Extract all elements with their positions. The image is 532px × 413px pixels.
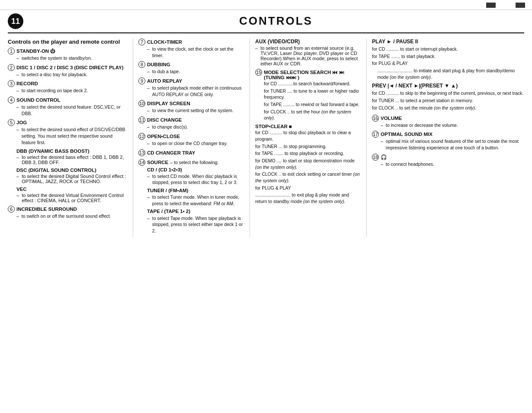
sub-label: TUNER / (FM•AM) [147, 187, 244, 194]
list-item: 17 OPTIMAL SOUND MIX –optimal mix of var… [372, 131, 524, 151]
list-item: 14 SOURCE – to select the following: CD … [138, 159, 244, 234]
sub-label: TAPE / (TAPE 1• 2) [147, 208, 244, 215]
top-bar [0, 0, 532, 10]
item-desc: to select the desired Digital Sound Cont… [22, 174, 128, 184]
page-number: 11 [8, 13, 23, 29]
item-desc-row: for DEMO .... to start or stop demonstra… [255, 158, 361, 170]
page-title: CONTROLS [28, 10, 524, 32]
list-item: 16 VOLUME –to increase or decrease the v… [372, 115, 524, 129]
item-label: DISPLAY SCREEN [147, 101, 190, 106]
list-item: 13 CD CHANGER TRAY [138, 149, 244, 156]
item-label: MODE SELECTION SEARCH ⏮ ⏭ (TUNING ⏮⏭ ) [264, 70, 361, 80]
aux-title: AUX (VIDEO/CDR) [255, 39, 361, 45]
item-desc-row: for TUNER ... to stop programming. [255, 143, 361, 150]
item-desc-row: for CD ............to search backward/fo… [264, 81, 361, 87]
header-section: 11 CONTROLS [8, 10, 524, 33]
item-number: 17 [372, 131, 379, 138]
item-number: 9 [138, 77, 145, 84]
item-label: DISC CHANGE [147, 117, 182, 123]
item-number: 2 [8, 64, 15, 71]
item-number: 14 [138, 159, 145, 166]
item-label: DUBBING [147, 62, 170, 67]
item-desc: to select the desired bass effect : DBB … [22, 155, 128, 165]
sub-label: VEC [16, 187, 128, 192]
item-desc: to open or close the CD changer tray. [152, 140, 228, 147]
item-label: VOLUME [381, 116, 402, 121]
sub-label: CD / (CD 1•2•3) [147, 166, 244, 173]
play-pause-section: PLAY ► / PAUSE II for CD .......... to s… [372, 39, 524, 80]
list-item: 4 SOUND CONTROL –to select the desired s… [8, 97, 128, 116]
main-content: Controls on the player and remote contro… [8, 33, 524, 237]
item-label: INCREDIBLE SURROUND [16, 206, 77, 212]
list-item: 6 INCREDIBLE SURROUND –to switch on or o… [8, 206, 128, 219]
col1-section-title: Controls on the player and remote contro… [8, 39, 128, 45]
item-label-suffix: – to select the following: [170, 160, 218, 165]
list-item: 8 DUBBING –to dub a tape. [138, 61, 244, 75]
play-pause-label: PLAY ► / PAUSE II [372, 39, 524, 45]
sub-label: DSC (DIGITAL SOUND CONTROL) [16, 168, 128, 173]
top-bar-left-block [486, 3, 496, 8]
item-desc: to select a disc tray for playback. [22, 71, 87, 78]
item-label: JOG [16, 120, 27, 125]
item-desc-row: for TUNER ... to select a preset station… [372, 97, 524, 104]
item-number: 13 [138, 149, 145, 156]
list-item: 18 🎧 –to connect headphones. [372, 154, 524, 168]
item-desc: to select Tape mode. When tape playback … [152, 215, 244, 234]
item-label: RECORD [16, 81, 38, 86]
item-desc-row: ............................ to exit plu… [255, 192, 361, 204]
item-desc: optimal mix of various sound features of… [386, 138, 524, 151]
item-label: DISC 1 / DISC 2 / DISC 3 (DISC DIRECT PL… [16, 65, 124, 70]
item-desc-row: for TAPE ......... to rewind or fast for… [264, 101, 361, 108]
item-desc-row: for PLUG & PLAY [372, 60, 524, 67]
item-number: 1 [8, 48, 15, 55]
item-desc-row: for CD .......... to stop disc playback … [255, 129, 361, 142]
prev-next-label: PREV |◄ / NEXT ►|(PRESET ▼ ▲) [372, 83, 524, 89]
item-number: 7 [138, 39, 145, 45]
item-label: STANDBY-ON ⏻ [16, 48, 55, 54]
item-desc-row: for TUNER .... to tune to a lower or hig… [264, 88, 361, 100]
list-item: 9 AUTO REPLAY –to select playback mode e… [138, 77, 244, 97]
headphones-icon: 🎧 [381, 154, 387, 160]
item-desc-row: for CLOCK .. to set the minute (on the s… [372, 105, 524, 111]
item-desc-row: for CLOCK .. to set the hour (on the sys… [264, 109, 361, 121]
list-item: 10 DISPLAY SCREEN –to view the current s… [138, 100, 244, 114]
item-number: 6 [8, 206, 15, 213]
stop-clear-section: STOP•CLEAR ■ for CD .......... to stop d… [255, 124, 361, 205]
item-number: 18 [372, 154, 379, 161]
list-item: 7 CLOCK•TIMER –to view the clock, set th… [138, 39, 244, 58]
item-desc-row: for CD .......... to skip to the beginni… [372, 90, 524, 97]
item-number: 16 [372, 115, 379, 122]
item-label: AUTO REPLAY [147, 78, 182, 84]
list-item: VEC –to select the desired Virtual Envir… [8, 187, 128, 203]
list-item: DSC (DIGITAL SOUND CONTROL) –to select t… [8, 168, 128, 184]
item-label: OPTIMAL SOUND MIX [381, 132, 433, 137]
item-number: 8 [138, 61, 145, 68]
column-3: AUX (VIDEO/CDR) –to select sound from an… [250, 39, 367, 237]
item-desc: to start recording on tape deck 2. [22, 87, 88, 94]
item-desc: to view the current setting of the syste… [152, 107, 234, 114]
item-number: 10 [138, 100, 145, 107]
list-item: 11 DISC CHANGE –to change disc(s). [138, 116, 244, 130]
item-desc: to dub a tape. [152, 68, 180, 75]
column-4: PLAY ► / PAUSE II for CD .......... to s… [367, 39, 524, 237]
top-bar-right-block [516, 3, 525, 8]
item-number: 15 [255, 69, 262, 76]
item-label: CD CHANGER TRAY [147, 150, 195, 155]
prev-next-section: PREV |◄ / NEXT ►|(PRESET ▼ ▲) for CD ...… [372, 83, 524, 111]
item-desc: to select CD mode. When disc playback is… [152, 173, 244, 186]
column-2: 7 CLOCK•TIMER –to view the clock, set th… [133, 39, 250, 237]
stop-clear-label: STOP•CLEAR ■ [255, 124, 361, 129]
page: 11 CONTROLS Controls on the player and r… [0, 0, 532, 413]
item-desc: to switch on or off the surround sound e… [22, 213, 111, 219]
item-desc: switches the system to standby/on. [22, 55, 92, 61]
item-desc-row: for TAPE ....... to start playback. [372, 53, 524, 60]
item-desc: to view the clock, set the clock or set … [152, 46, 244, 58]
aux-section: AUX (VIDEO/CDR) –to select sound from an… [255, 39, 361, 66]
item-number: 3 [8, 80, 15, 87]
item-number: 5 [8, 119, 15, 126]
list-item: DBB (DYNAMIC BASS BOOST) –to select the … [8, 148, 128, 165]
column-1: Controls on the player and remote contro… [8, 39, 133, 237]
item-desc: to select the desired Virtual Environmen… [22, 193, 128, 203]
item-desc: to connect headphones. [386, 161, 434, 168]
list-item: 12 OPEN•CLOSE –to open or close the CD c… [138, 133, 244, 147]
